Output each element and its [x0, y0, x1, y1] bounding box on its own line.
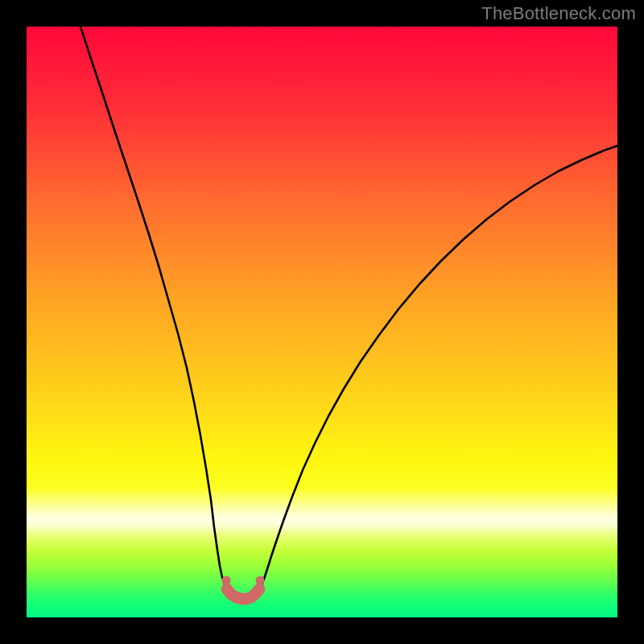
- plot-area: [27, 27, 617, 617]
- plot-svg: [27, 27, 617, 617]
- svg-point-7: [254, 584, 265, 595]
- watermark-label: TheBottleneck.com: [481, 3, 636, 24]
- gradient-background: [27, 27, 617, 617]
- svg-point-9: [256, 576, 265, 585]
- chart-frame: TheBottleneck.com: [0, 0, 644, 644]
- svg-point-8: [222, 576, 231, 585]
